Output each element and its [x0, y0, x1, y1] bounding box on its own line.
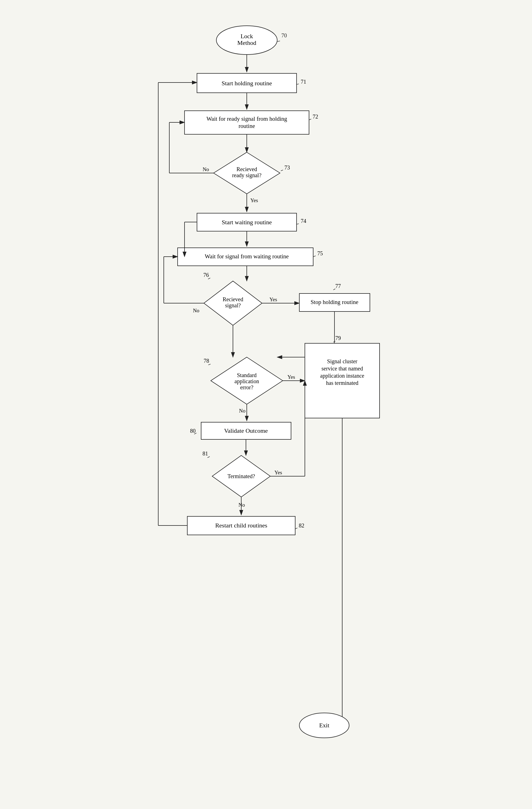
wait-ready-label1: Wait for ready signal from holding	[207, 116, 287, 122]
terminated-label: Terminated?	[227, 473, 255, 479]
received-signal-label2: signal?	[225, 302, 241, 309]
label-76: 76	[203, 272, 209, 278]
received-ready-label1: Recieved	[236, 166, 257, 172]
std-error-label3: error?	[240, 384, 253, 390]
flowchart-container: Lock Method 70 Start holding routine 71 …	[142, 11, 391, 787]
std-error-label1: Standard	[237, 372, 256, 378]
signal-cluster-label2: service that named	[321, 365, 363, 372]
wait-signal-label: Wait for signal from waiting routine	[205, 253, 288, 260]
label-77: 77	[335, 283, 341, 289]
label-78: 78	[203, 358, 209, 364]
label-71: 71	[301, 79, 306, 85]
yes-label-73: Yes	[250, 197, 258, 203]
label-80: 80	[190, 428, 196, 434]
no-label-78: No	[239, 408, 245, 414]
no-label-76: No	[193, 308, 199, 313]
label-72: 72	[313, 114, 318, 120]
label-79: 79	[335, 335, 341, 341]
label-82: 82	[299, 522, 304, 529]
signal-cluster-label4: has terminated	[326, 380, 358, 386]
start-waiting-label: Start waiting routine	[221, 219, 272, 226]
lock-method-label2: Method	[237, 39, 256, 46]
restart-label: Restart child routines	[215, 522, 267, 529]
received-ready-label2: ready signal?	[232, 172, 261, 178]
wait-ready-label2: routine	[238, 123, 255, 129]
lock-method-label: Lock	[241, 33, 253, 39]
no-label-81: No	[238, 502, 245, 508]
label-70: 70	[281, 32, 287, 38]
exit-label: Exit	[319, 722, 329, 729]
no-label-73: No	[202, 167, 209, 172]
received-signal-label1: Recieved	[223, 296, 243, 302]
signal-cluster-label1: Signal cluster	[327, 358, 357, 365]
label-73: 73	[284, 165, 290, 171]
label-74: 74	[301, 218, 306, 224]
label-75: 75	[317, 250, 323, 256]
yes-label-81: Yes	[274, 469, 282, 476]
stop-holding-label: Stop holding routine	[311, 299, 358, 305]
label-81: 81	[202, 450, 208, 457]
yes-label-76: Yes	[269, 296, 277, 302]
std-error-label2: application	[234, 378, 259, 384]
start-holding-label: Start holding routine	[221, 80, 272, 87]
signal-cluster-label3: application instance	[320, 373, 365, 379]
validate-label: Validate Outcome	[224, 427, 267, 434]
flowchart-svg: Lock Method 70 Start holding routine 71 …	[142, 11, 391, 786]
yes-label-78: Yes	[287, 374, 295, 380]
